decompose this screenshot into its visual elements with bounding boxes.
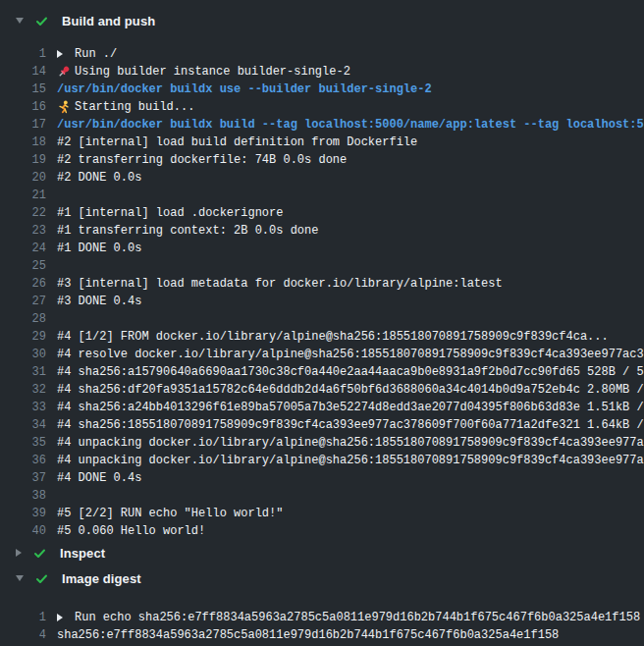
log-line: 18 #2 [internal] load build definition f… [0, 134, 644, 151]
section-title: Inspect [60, 546, 105, 561]
group-expander-icon[interactable] [57, 50, 63, 58]
log-line: 38 [0, 487, 644, 505]
line-number[interactable]: 15 [0, 82, 46, 96]
chevron-down-icon[interactable] [16, 18, 24, 24]
log-line: 33 #4 sha256:a24bb4013296f61e89ba57005a7… [0, 399, 644, 416]
log-section-inspect: Inspect [0, 540, 644, 565]
log-text: #4 sha256:df20fa9351a15782c64e6dddb2d4a6… [57, 383, 644, 397]
success-check-icon [32, 546, 47, 561]
log-line: 26 #3 [internal] load metadata for docke… [0, 275, 644, 293]
log-line: 27 #3 DONE 0.4s [0, 293, 644, 310]
section-header[interactable]: Build and push [0, 8, 644, 33]
log-text: /usr/bin/docker buildx build --tag local… [57, 118, 644, 132]
log-text: #4 unpacking docker.io/library/alpine@sh… [57, 436, 644, 450]
log-text: Run ./ [75, 47, 644, 61]
line-number[interactable]: 18 [0, 135, 46, 149]
log-text: #4 DONE 0.4s [57, 471, 644, 485]
log-line: 17 /usr/bin/docker buildx build --tag lo… [0, 116, 644, 134]
log-text: #4 resolve docker.io/library/alpine@sha2… [57, 348, 644, 361]
log-line: 4 sha256:e7ff8834a5963a2785c5a0811e979d1… [0, 626, 644, 644]
log-line: 39 #5 [2/2] RUN echo "Hello world!" [0, 505, 644, 522]
log-text: #4 sha256:a15790640a6690aa1730c38cf0a440… [57, 365, 644, 379]
line-number[interactable]: 14 [0, 65, 46, 79]
log-line: 24 #1 DONE 0.0s [0, 240, 644, 257]
line-number[interactable]: 1 [0, 611, 46, 624]
line-number[interactable]: 19 [0, 153, 46, 167]
log-line: 25 [0, 257, 644, 275]
line-number[interactable]: 31 [0, 365, 46, 379]
line-number[interactable]: 33 [0, 401, 46, 414]
log-line: 28 [0, 310, 644, 328]
log-line: 36 #4 unpacking docker.io/library/alpine… [0, 452, 644, 469]
log-text: #1 [internal] load .dockerignore [57, 206, 644, 220]
line-number[interactable]: 29 [0, 330, 46, 344]
line-number[interactable]: 1 [0, 47, 46, 61]
log-text: #4 sha256:185518070891758909c9f839cf4ca3… [57, 418, 644, 432]
log-text: Using builder instance builder-single-2 [75, 65, 644, 79]
section-header[interactable]: Image digest [0, 565, 644, 591]
line-number[interactable]: 20 [0, 171, 46, 185]
line-number[interactable]: 26 [0, 277, 46, 291]
log-line: 1 Run echo sha256:e7ff8834a5963a2785c5a0… [0, 609, 644, 626]
line-number[interactable]: 4 [0, 628, 46, 642]
line-number[interactable]: 38 [0, 489, 46, 503]
log-section-build-and-push: Build and push 1 Run ./ 14 Using builder… [0, 8, 644, 540]
line-number[interactable]: 25 [0, 259, 46, 273]
log-text: Starting build... [75, 100, 644, 114]
line-number[interactable]: 32 [0, 383, 46, 397]
log-text: sha256:e7ff8834a5963a2785c5a0811e979d16b… [57, 628, 644, 642]
line-number[interactable]: 21 [0, 188, 46, 202]
chevron-down-icon[interactable] [16, 575, 24, 581]
line-number[interactable]: 34 [0, 418, 46, 432]
log-line: 21 [0, 187, 644, 204]
icon-slot [57, 100, 71, 114]
line-number[interactable]: 39 [0, 507, 46, 520]
log-text: #2 [internal] load build definition from… [57, 135, 644, 149]
line-number[interactable]: 37 [0, 471, 46, 485]
line-number[interactable]: 30 [0, 348, 46, 361]
section-body: 1 Run echo sha256:e7ff8834a5963a2785c5a0… [0, 591, 644, 644]
log-text: #5 0.060 Hello world! [57, 524, 644, 538]
success-check-icon [34, 14, 49, 28]
log-line: 40 #5 0.060 Hello world! [0, 522, 644, 540]
section-title: Build and push [62, 14, 155, 28]
group-expander-icon[interactable] [57, 614, 63, 621]
icon-slot [57, 47, 71, 61]
log-line: 30 #4 resolve docker.io/library/alpine@s… [0, 346, 644, 363]
line-number[interactable]: 27 [0, 295, 46, 308]
log-text: #5 [2/2] RUN echo "Hello world!" [57, 507, 644, 520]
line-number[interactable]: 24 [0, 242, 46, 255]
log-text: #1 transferring context: 2B 0.0s done [57, 224, 644, 238]
line-number[interactable]: 22 [0, 206, 46, 220]
log-line: 14 Using builder instance builder-single… [0, 63, 644, 81]
line-number[interactable]: 36 [0, 454, 46, 467]
section-body: 1 Run ./ 14 Using builder instance build… [0, 33, 644, 540]
log-line: 22 #1 [internal] load .dockerignore [0, 204, 644, 222]
log-line: 35 #4 unpacking docker.io/library/alpine… [0, 434, 644, 452]
actions-log-viewer: Build and push 1 Run ./ 14 Using builder… [0, 8, 644, 644]
line-number[interactable]: 17 [0, 118, 46, 132]
log-line: 31 #4 sha256:a15790640a6690aa1730c38cf0a… [0, 363, 644, 381]
log-line: 16 Starting build... [0, 98, 644, 116]
pushpin-icon [57, 65, 71, 79]
line-number[interactable]: 28 [0, 312, 46, 326]
icon-slot [57, 65, 71, 79]
line-number[interactable]: 35 [0, 436, 46, 450]
log-text: #3 DONE 0.4s [57, 295, 644, 308]
chevron-right-icon[interactable] [16, 549, 22, 557]
log-line: 1 Run ./ [0, 45, 644, 63]
log-line: 37 #4 DONE 0.4s [0, 469, 644, 487]
log-line: 32 #4 sha256:df20fa9351a15782c64e6dddb2d… [0, 381, 644, 399]
section-header[interactable]: Inspect [0, 540, 644, 565]
log-text: #4 sha256:a24bb4013296f61e89ba57005a7b3e… [57, 401, 644, 414]
log-line: 29 #4 [1/2] FROM docker.io/library/alpin… [0, 328, 644, 346]
line-number[interactable]: 40 [0, 524, 46, 538]
log-text: #2 transferring dockerfile: 74B 0.0s don… [57, 153, 644, 167]
log-text: #4 [1/2] FROM docker.io/library/alpine@s… [57, 330, 644, 344]
line-number[interactable]: 16 [0, 100, 46, 114]
log-text: #1 DONE 0.0s [57, 242, 644, 255]
log-section-image-digest: Image digest 1 Run echo sha256:e7ff8834a… [0, 565, 644, 644]
log-text: Run echo sha256:e7ff8834a5963a2785c5a081… [75, 611, 644, 624]
line-number[interactable]: 23 [0, 224, 46, 238]
log-text: /usr/bin/docker buildx use --builder bui… [57, 82, 644, 96]
